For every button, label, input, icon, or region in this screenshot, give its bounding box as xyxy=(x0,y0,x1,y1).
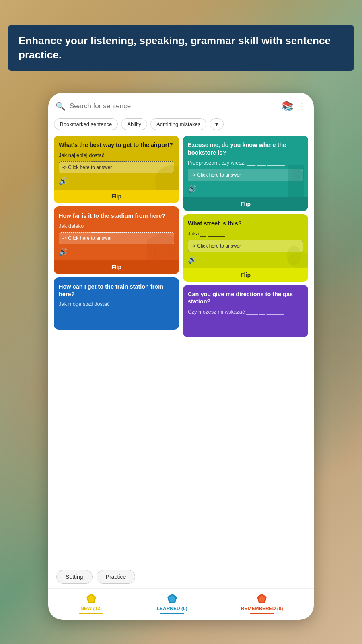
new-gem-icon xyxy=(86,593,97,604)
search-bar: 🔍 📚 ⋮ xyxy=(48,93,314,116)
card-6-body: Can you give me directions to the gas st… xyxy=(183,285,308,337)
card-2-translation: Przepraszam, czy wiesz, ___ ___ ______ xyxy=(188,160,303,166)
card-4-flip[interactable]: Flip xyxy=(183,268,308,282)
filter-bookmarked[interactable]: Bookmarked sentence xyxy=(54,118,118,130)
nav-remembered-label: REMEMBERED (0) xyxy=(241,606,283,611)
card-6-translation: Czy możesz mi wskazać ____ __ ______ xyxy=(188,309,303,315)
card-street: What street is this? Jaka __ ______ -> C… xyxy=(183,214,308,282)
card-3-speaker[interactable]: 🔊 xyxy=(59,248,68,256)
card-1-title: What's the best way to get to the airpor… xyxy=(59,141,174,149)
bottom-nav: NEW (13) LEARNED (0) REMEMBERED (0) xyxy=(48,588,314,620)
setting-button[interactable]: Setting xyxy=(56,570,93,584)
card-4-body: What street is this? Jaka __ ______ -> C… xyxy=(183,214,308,268)
card-3-answer[interactable]: -> Click here to answer xyxy=(59,232,174,244)
card-1-speaker[interactable]: 🔊 xyxy=(59,177,68,185)
cards-grid: What's the best way to get to the airpor… xyxy=(48,134,314,566)
card-3-title: How far is it to the stadium from here? xyxy=(59,212,174,220)
nav-learned-underline xyxy=(160,613,184,614)
card-1-body: What's the best way to get to the airpor… xyxy=(54,136,179,190)
search-input[interactable] xyxy=(70,102,278,110)
nav-new-underline xyxy=(79,613,103,614)
card-1-answer[interactable]: -> Click here to answer xyxy=(59,161,174,173)
card-4-translation: Jaka __ ______ xyxy=(188,231,303,237)
phone-frame: 🔍 📚 ⋮ Bookmarked sentence Ability Admitt… xyxy=(48,93,314,620)
filter-ability[interactable]: Ability xyxy=(121,118,147,130)
nav-new[interactable]: NEW (13) xyxy=(79,593,103,614)
remembered-gem-icon xyxy=(256,593,267,604)
banner-text: Enhance your listening, speaking, gramma… xyxy=(19,34,343,62)
card-5-title: How can I get to the train station from … xyxy=(59,283,174,298)
svg-point-6 xyxy=(288,252,308,268)
nav-learned[interactable]: LEARNED (0) xyxy=(157,593,187,614)
nav-new-label: NEW (13) xyxy=(80,606,102,611)
card-4-speaker[interactable]: 🔊 xyxy=(188,256,197,264)
card-4-answer[interactable]: -> Click here to answer xyxy=(188,240,303,252)
card-gas-station: Can you give me directions to the gas st… xyxy=(183,285,308,337)
learned-gem-icon xyxy=(167,593,178,604)
left-column: What's the best way to get to the airpor… xyxy=(54,136,179,409)
card-1-translation: Jak najlepiej dostać ___ __ ________ xyxy=(59,152,174,158)
card-2-answer[interactable]: -> Click here to answer xyxy=(188,169,303,181)
filter-admitting[interactable]: Admitting mistakes xyxy=(150,118,206,130)
card-4-title: What street is this? xyxy=(188,220,303,227)
card-6-title: Can you give me directions to the gas st… xyxy=(188,291,303,306)
card-2-speaker[interactable]: 🔊 xyxy=(188,185,197,193)
nav-remembered[interactable]: REMEMBERED (0) xyxy=(241,593,283,614)
card-3-translation: Jak daleko ____ ___ ________ xyxy=(59,223,174,229)
card-5-translation: Jak mogę stąd dostać ___ __ ______ xyxy=(59,301,174,307)
nav-remembered-underline xyxy=(250,613,274,614)
filter-tabs: Bookmarked sentence Ability Admitting mi… xyxy=(48,116,314,134)
more-options-icon[interactable]: ⋮ xyxy=(298,101,306,111)
nav-learned-label: LEARNED (0) xyxy=(157,606,187,611)
card-2-body: Excuse me, do you know where the booksto… xyxy=(183,136,308,197)
bottom-tabs: Setting Practice xyxy=(48,566,314,588)
card-bookstore: Excuse me, do you know where the booksto… xyxy=(183,136,308,211)
search-icon: 🔍 xyxy=(56,101,66,111)
card-train: How can I get to the train station from … xyxy=(54,277,179,330)
book-icon: 📚 xyxy=(282,101,294,112)
right-column: Excuse me, do you know where the booksto… xyxy=(183,136,308,409)
card-stadium: How far is it to the stadium from here? … xyxy=(54,206,179,274)
card-3-flip[interactable]: Flip xyxy=(54,260,179,274)
filter-dropdown[interactable]: ▼ xyxy=(210,118,224,130)
practice-button[interactable]: Practice xyxy=(97,570,136,584)
card-2-title: Excuse me, do you know where the booksto… xyxy=(188,141,303,157)
top-banner: Enhance your listening, speaking, gramma… xyxy=(8,25,354,71)
card-1-flip[interactable]: Flip xyxy=(54,190,179,203)
card-5-body: How can I get to the train station from … xyxy=(54,277,179,330)
card-airport: What's the best way to get to the airpor… xyxy=(54,136,179,203)
card-3-body: How far is it to the stadium from here? … xyxy=(54,206,179,260)
card-2-flip[interactable]: Flip xyxy=(183,197,308,211)
